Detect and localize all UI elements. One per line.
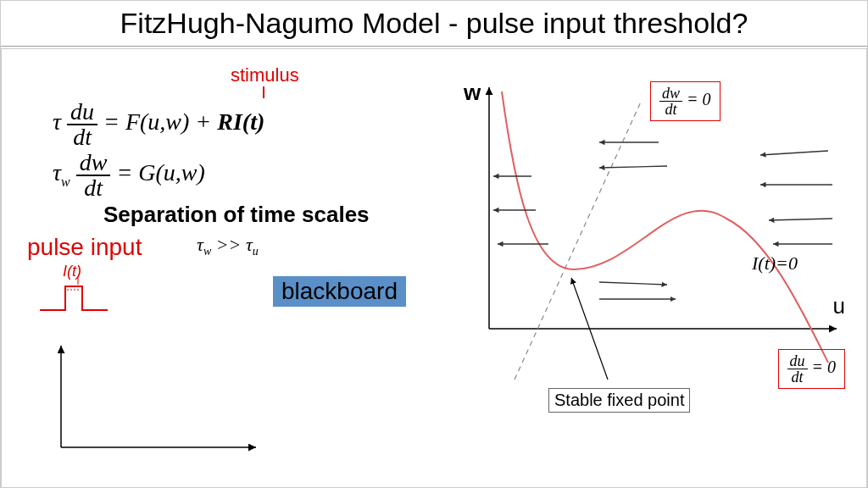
- svg-line-14: [760, 151, 828, 155]
- slide-content: stimulus τ dudt = F(u,w) + RI(t) τw dwdt…: [1, 48, 867, 488]
- svg-line-16: [769, 219, 832, 220]
- slide-title: FitzHugh-Nagumo Model - pulse input thre…: [1, 1, 867, 47]
- equation-w-dot: τw dwdt = G(u,w): [53, 151, 205, 200]
- pulse-sketch: [36, 276, 120, 319]
- equation-u-dot: τ dudt = F(u,w) + RI(t): [53, 100, 264, 149]
- blank-axes: [44, 337, 264, 464]
- stable-fixed-point-label: Stable fixed point: [548, 388, 690, 413]
- svg-line-12: [599, 282, 667, 285]
- timescale-relation: τw >> τu: [197, 234, 259, 258]
- u-nullcline-box: dudt = 0: [778, 349, 846, 389]
- stimulus-tick: [263, 86, 264, 98]
- w-nullcline-box: dwdt = 0: [650, 81, 721, 121]
- current-zero-label: I(t)=0: [752, 252, 798, 274]
- svg-line-11: [599, 166, 667, 168]
- separation-heading: Separation of time scales: [103, 202, 370, 228]
- pulse-input-label: pulse input: [27, 234, 142, 261]
- phase-plane-diagram: w u: [464, 75, 854, 430]
- blackboard-label: blackboard: [273, 276, 406, 307]
- stimulus-annotation: stimulus: [231, 64, 299, 86]
